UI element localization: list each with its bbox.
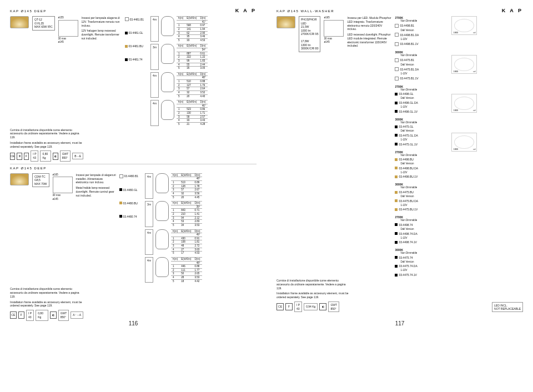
variant-group: 2700KNon Dimmable03.4498.GLDali Version0… xyxy=(395,85,448,114)
f-mark-icon: F xyxy=(24,153,29,160)
color-swatch xyxy=(395,265,398,268)
color-swatch xyxy=(395,256,398,259)
frame-note-it: Cornice di installazione disponibile com… xyxy=(10,128,83,139)
beam-diagram xyxy=(161,100,174,120)
product-code: 03.4475.BU.1V xyxy=(395,208,448,211)
dimension: ø145 xyxy=(58,41,78,44)
product-code: 03.4498.74.DA xyxy=(395,232,448,235)
product-code: 03.4480.BU xyxy=(119,202,139,205)
catalog-spread: KAP Ø145 DEEP K A P QT-12 GY6,35 MAX 65W… xyxy=(0,0,533,329)
product-code: 03.4475.74 xyxy=(395,256,448,259)
dimension: ø145 xyxy=(324,41,344,44)
variant-group: 3000KNon Dimmable03.4475.B1Dali Version0… xyxy=(395,51,448,82)
distance-label: 4m xyxy=(145,229,153,255)
frame-note-en: Installation frame available as accessor… xyxy=(276,292,350,299)
ip-rating: I P 43 xyxy=(26,310,34,321)
photometric-table: h(m)E(lx/Klm)D(m)41°15680.9721411.943622… xyxy=(177,16,208,42)
color-swatch xyxy=(395,110,398,113)
variant-group: 3000KNon Dimmable03.4475.74Dali Version0… xyxy=(395,248,448,278)
color-swatch xyxy=(395,158,398,161)
product-code: 03.4475.GL xyxy=(395,125,448,128)
color-swatch xyxy=(395,67,399,71)
variant-label: Dali Version xyxy=(400,129,448,133)
product-code: 03.4475.BU.DA xyxy=(395,199,448,203)
page-number: 116 xyxy=(129,320,138,326)
variant-label: Dali Version xyxy=(400,63,448,67)
beam-diagram xyxy=(155,173,169,193)
product-code: 03.4498.BU.1V xyxy=(395,175,448,178)
product-code: 03.4481.BU xyxy=(125,44,144,48)
product-code: 03.4498.GL xyxy=(395,92,448,96)
led-spec-box: PHOSPHOR LED 21,5W 1000 lm 2700K/CRI 95 … xyxy=(299,16,320,52)
dimension: ø165 xyxy=(324,16,344,19)
product-code: 03.4475.GL.DA xyxy=(395,134,448,137)
fixture-image-3 xyxy=(276,16,295,28)
ip-rating: I P 43 xyxy=(294,301,302,313)
color-swatch xyxy=(395,175,398,178)
product-code: 03.4475.B1 xyxy=(395,58,448,62)
dimension: 30 max xyxy=(324,37,344,41)
description-it-3: Incasso per LED. Modulo Phosphor LED int… xyxy=(347,16,391,31)
distance-label: 3m xyxy=(145,201,153,227)
description-en-1: 12V halogen lamp recessed downlight. Rem… xyxy=(82,29,122,40)
product-code: 03.4480.B1 xyxy=(119,174,139,178)
color-swatch xyxy=(125,32,128,34)
variant-label: 1-10V xyxy=(400,171,448,174)
gwt-rating: GWT 850° xyxy=(60,150,71,162)
product-code: 03.4481.B1 xyxy=(125,17,144,21)
variant-label: Dali Version xyxy=(400,228,448,231)
color-swatch xyxy=(395,274,398,277)
product-code: 03.4498.GL.DA xyxy=(395,101,448,104)
variant-label: Non Dimmable xyxy=(400,54,448,57)
photometric-table: h(m)E(lx/Klm)D(m)54°18870.6122221.223991… xyxy=(177,44,208,69)
product-code: 03.4475.B1.DA xyxy=(395,67,448,71)
ce-icon: CE xyxy=(276,303,284,310)
dimension: 30 max xyxy=(58,37,78,41)
distance-label: 4m xyxy=(145,173,153,199)
color-swatch xyxy=(395,208,398,211)
polar-diagram: 1800cd xyxy=(451,94,477,113)
variant-group: 2700KNon Dimmable03.4498.74Dali Version0… xyxy=(395,215,448,245)
polar-diagram: 1800cd xyxy=(451,55,477,74)
color-swatch xyxy=(395,191,398,194)
frame-note-en: Installation frame available as accessor… xyxy=(10,300,83,308)
variant-label: Dali Version xyxy=(400,260,448,264)
page-number: 117 xyxy=(395,320,405,326)
dimmer-icon: ◐ xyxy=(50,311,57,319)
color-swatch xyxy=(395,167,398,169)
color-swatch xyxy=(119,174,123,178)
variant-label: Non Dimmable xyxy=(400,252,448,255)
color-swatch xyxy=(119,202,122,204)
variant-label: Dali Version xyxy=(400,162,448,165)
polar-diagram: 1800cd xyxy=(451,133,477,152)
color-swatch xyxy=(125,45,128,48)
product-code: 03.4481.GL xyxy=(125,31,144,34)
right-page: KAP Ø145 WALL-WASHER K A P PHOSPHOR LED … xyxy=(266,0,533,329)
color-swatch xyxy=(395,42,399,46)
beam-diagram xyxy=(161,44,174,64)
variant-group: 2700KNon Dimmable03.4498.BUDali Version0… xyxy=(395,150,448,180)
codes-column-1: 03.4481.B103.4481.GL03.4481.BU03.4481.74 xyxy=(125,16,144,62)
description-en-3: LED recessed downlight. Phosphor LED mod… xyxy=(347,33,391,48)
distance-label: 4m xyxy=(150,100,159,125)
color-swatch xyxy=(395,232,398,235)
variant-label: 1-10V xyxy=(400,105,448,109)
color-swatch xyxy=(395,199,398,202)
variant-label: Dali Version xyxy=(400,195,448,198)
polar-diagram: 1800cd xyxy=(451,16,477,35)
distance-label: 4m xyxy=(150,72,159,98)
weight: 0,94 Kg xyxy=(304,303,318,310)
variant-label: 1-10V xyxy=(400,72,448,76)
variant-label: 1-10V xyxy=(400,138,448,142)
photometric-table: h(m)E(lx/Klm)D(m)39°18430.7122101.413942… xyxy=(171,201,202,227)
distance-label: 4m xyxy=(150,16,159,42)
color-swatch xyxy=(395,134,398,137)
color-swatch xyxy=(395,125,398,128)
variant-label: Non Dimmable xyxy=(400,219,448,222)
weight: 0,80 Kg xyxy=(36,310,48,321)
color-swatch xyxy=(119,215,122,218)
variant-label: 1-10V xyxy=(400,204,448,207)
dimension: ø145 xyxy=(53,198,73,201)
variant-label: Non Dimmable xyxy=(400,186,448,189)
color-swatch xyxy=(395,143,398,145)
